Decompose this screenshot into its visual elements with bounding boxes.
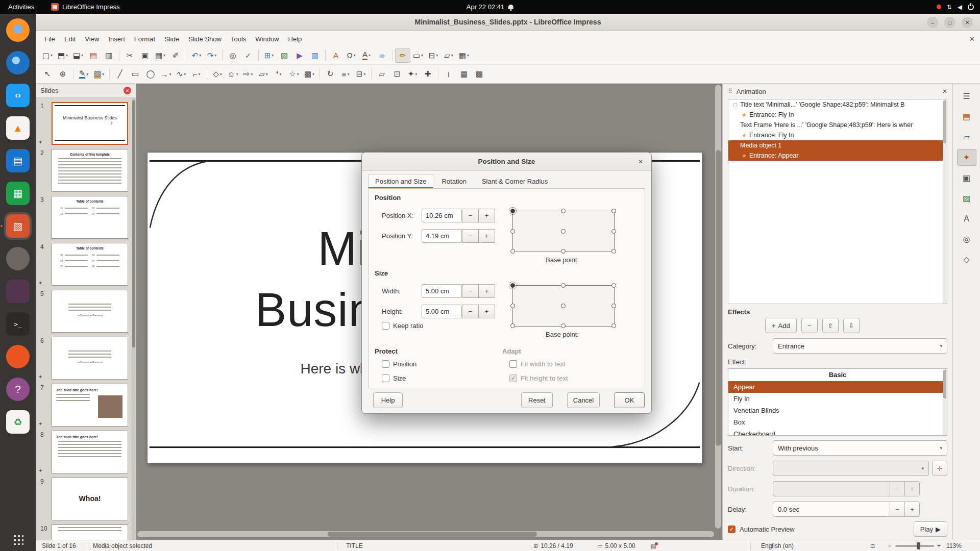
base-point-dot[interactable] <box>561 283 566 288</box>
slide-thumbnail-1[interactable]: 1✦Minimalist Business Slides♪ <box>52 102 129 145</box>
fill-color-icon[interactable]: ▨▾ <box>91 67 107 81</box>
clock-menu[interactable]: Apr 22 02:41 <box>467 3 513 11</box>
animation-item[interactable]: Text Frame 'Here is ...' 'Google Shape;4… <box>728 120 947 130</box>
insert-chart-icon[interactable]: ▥ <box>307 48 323 63</box>
slide-thumbnail-3[interactable]: 3Table of contents01020304 <box>52 196 129 239</box>
image-filter-icon[interactable]: ✦▾ <box>405 67 420 81</box>
lines-and-arrows-icon[interactable]: →▾ <box>158 67 174 81</box>
show-applications-icon[interactable] <box>12 534 23 545</box>
insert-table-icon[interactable]: ⊞▾ <box>261 48 277 63</box>
line-color-icon[interactable]: ✎▾ <box>76 67 91 81</box>
ellipse-icon[interactable]: ◯ <box>143 67 158 81</box>
slide-thumbnail-4[interactable]: 4✦Table of contents010203040506 <box>52 243 129 286</box>
insert-image-icon[interactable]: ▧ <box>277 48 292 63</box>
status-object-size[interactable]: ▭ 5.00 x 5.00 <box>597 540 635 551</box>
find-and-replace-icon[interactable]: ◎ <box>225 48 240 63</box>
base-point-dot[interactable] <box>510 323 515 328</box>
base-point-dot[interactable] <box>510 229 515 234</box>
writer-dock-icon[interactable]: ▤ <box>6 149 30 172</box>
symbol-shapes-icon[interactable]: ☺▾ <box>225 67 240 81</box>
width-increase-button[interactable]: + <box>478 284 495 298</box>
rotate-icon[interactable]: ↻ <box>323 67 338 81</box>
base-point-dot[interactable] <box>611 304 616 308</box>
zoom-slider-handle[interactable] <box>917 542 920 549</box>
protect-size-checkbox[interactable] <box>382 374 389 382</box>
new-slide-icon[interactable]: ⊟▾ <box>426 48 441 63</box>
basic-shapes-icon[interactable]: ◇▾ <box>210 67 225 81</box>
base-point-dot[interactable] <box>510 209 515 213</box>
insert-hyperlink-icon[interactable]: ∞ <box>374 48 389 63</box>
activities-button[interactable]: Activities <box>0 3 42 11</box>
calc-dock-icon[interactable]: ▦ <box>6 182 30 205</box>
position-y-input[interactable]: 4.19 cm <box>422 229 462 243</box>
shapes-tab-icon[interactable]: ◇ <box>957 251 976 268</box>
delay-decrease-button[interactable]: − <box>890 502 905 517</box>
menu-window[interactable]: Window <box>251 33 283 45</box>
slide-layout-icon[interactable]: ▱▾ <box>441 48 456 63</box>
base-point-dot[interactable] <box>611 323 616 328</box>
software-dock-icon[interactable] <box>6 345 30 368</box>
position-y-decrease-button[interactable]: − <box>462 229 479 243</box>
menu-edit[interactable]: Edit <box>60 33 80 45</box>
menu-file[interactable]: File <box>40 33 60 45</box>
help-dock-icon[interactable]: ? <box>6 378 30 401</box>
position-base-point-selector[interactable] <box>512 211 615 252</box>
fit-slide-button[interactable]: ⊡ <box>870 540 875 551</box>
vscode-dock-icon[interactable]: ‹› <box>6 84 30 107</box>
status-layout-name[interactable]: TITLE <box>346 540 363 551</box>
callout-shapes-icon[interactable]: ❛▾ <box>271 67 286 81</box>
master-slides-tab-icon[interactable]: ▣ <box>957 169 976 186</box>
position-x-decrease-button[interactable]: − <box>462 209 479 222</box>
effect-option-appear[interactable]: Appear <box>728 381 947 393</box>
show-draw-functions-icon[interactable]: ✏ <box>395 48 410 63</box>
delay-input[interactable]: 0.0 sec <box>773 502 890 517</box>
slide-transition-tab-icon[interactable]: ▱ <box>957 129 976 145</box>
animation-list-scrollbar[interactable] <box>943 99 947 304</box>
zoom-slider[interactable] <box>895 545 934 547</box>
reset-button[interactable]: Reset <box>521 392 553 408</box>
terminal-dock-icon[interactable]: >_ <box>6 312 30 336</box>
document-modified-indicator[interactable]: ▤ <box>651 540 658 551</box>
clone-formatting-icon[interactable]: ✐ <box>168 48 183 63</box>
animation-item[interactable]: Media object 1 <box>728 140 947 151</box>
width-input[interactable]: 5.00 cm <box>422 284 462 298</box>
panel-grip-icon[interactable]: ⠿ <box>728 88 732 95</box>
play-button[interactable]: Play▶ <box>914 521 947 537</box>
dialog-titlebar[interactable]: Position and Size ✕ <box>362 153 651 171</box>
automatic-preview-checkbox[interactable]: ✓ <box>728 525 736 533</box>
menu-tools[interactable]: Tools <box>226 33 251 45</box>
slide-thumbnail-2[interactable]: 2Contents of this template <box>52 149 129 192</box>
category-select[interactable]: Entrance ▾ <box>773 338 947 354</box>
effect-options-button[interactable]: ✛ <box>932 461 947 476</box>
focused-app-menu[interactable]: LibreOffice Impress <box>51 3 119 11</box>
properties-tab-icon[interactable]: ▤ <box>957 108 976 125</box>
animation-item[interactable]: ★Entrance: Fly In <box>728 130 947 140</box>
insert-textbox-draw-icon[interactable]: I <box>441 67 456 81</box>
arrange-icon[interactable]: ⊟▾ <box>353 67 369 81</box>
status-cursor-position[interactable]: ⊞ 10.26 / 4.19 <box>533 540 573 551</box>
position-x-input[interactable]: 10.26 cm <box>422 209 462 222</box>
insert-shape-icon[interactable]: ▭▾ <box>410 48 426 63</box>
animation-panel-close-icon[interactable]: ✕ <box>942 88 947 95</box>
width-decrease-button[interactable]: − <box>462 284 479 298</box>
rectangle-icon[interactable]: ▭ <box>128 67 143 81</box>
slide-thumbnail-5[interactable]: 5—Someone Famous <box>52 290 129 333</box>
spelling-icon[interactable]: ✓ <box>240 48 256 63</box>
undo-icon[interactable]: ↶▾ <box>189 48 204 63</box>
menu-view[interactable]: View <box>80 33 104 45</box>
delay-increase-button[interactable]: + <box>904 502 920 517</box>
base-point-dot[interactable] <box>561 304 566 308</box>
status-slide-info[interactable]: Slide 1 of 16 <box>42 540 76 551</box>
height-input[interactable]: 5.00 cm <box>422 305 462 318</box>
height-decrease-button[interactable]: − <box>462 305 479 318</box>
move-effect-up-button[interactable]: ⇧ <box>822 318 839 333</box>
add-effect-button[interactable]: +Add <box>765 318 797 333</box>
cancel-button[interactable]: Cancel <box>567 392 600 408</box>
menu-help[interactable]: Help <box>284 33 307 45</box>
export-pdf-icon[interactable]: ▤ <box>86 48 101 63</box>
slide-thumbnail-10[interactable]: 10 <box>52 524 129 540</box>
animation-item[interactable]: ★Entrance: Fly In <box>728 110 947 120</box>
base-point-dot[interactable] <box>510 283 515 288</box>
select-icon[interactable]: ↖ <box>40 67 55 81</box>
open-icon[interactable]: ⬒▾ <box>55 48 70 63</box>
